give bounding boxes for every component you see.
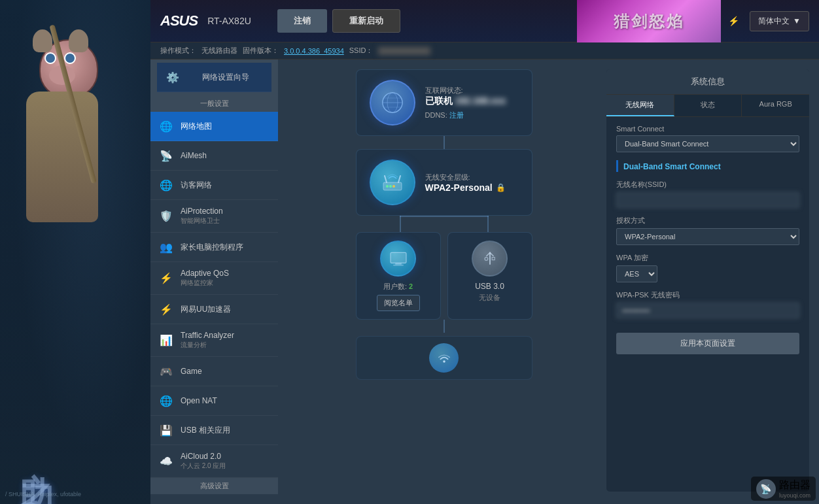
sidebar-item-network-map[interactable]: 🌐 网络地图	[150, 112, 278, 141]
sidebar-item-usb-apps[interactable]: 💾 USB 相关应用	[150, 416, 278, 445]
mobile-svg	[435, 349, 453, 367]
netspeedtest-icon: ⚡	[158, 301, 174, 317]
ssid-label: 无线名称(SSID)	[616, 180, 799, 190]
asus-logo: ASUS	[160, 12, 198, 29]
bottom-nodes: 用户数: 2 阅览名单	[356, 232, 532, 320]
connector-row-2	[356, 320, 532, 333]
watermark-site: luyouqi.com	[779, 492, 810, 499]
auth-label: 授权方式	[616, 216, 799, 226]
network-map-panel: 互联网状态: 已联机 192.168.xxx DDNS: 注册	[288, 69, 600, 492]
system-info-panel: 系统信息 无线网络 状态 Aura RGB Smart Connect Dual…	[606, 69, 809, 492]
aiprotection-icon: 🛡️	[158, 209, 174, 224]
svg-line-7	[385, 176, 387, 182]
browse-button[interactable]: 阅览名单	[377, 295, 420, 311]
monitor-svg	[388, 248, 409, 269]
sidebar-item-setup[interactable]: ⚙️ 网络设置向导	[157, 63, 271, 92]
traffic-analyzer-label: Traffic Analyzer 流量分析	[181, 331, 270, 350]
ssid-input[interactable]	[616, 192, 799, 208]
tab-status[interactable]: 状态	[674, 95, 742, 116]
aimesh-label: AiMesh	[181, 151, 270, 160]
svg-point-11	[392, 185, 395, 188]
router-node: 无线安全层级: WPA2-Personal 🔒	[356, 149, 532, 216]
connector-h	[400, 216, 489, 217]
wpa-encrypt-select[interactable]: AES TKIP	[616, 265, 657, 282]
anime-text: 之助	[13, 445, 59, 452]
sidebar-item-aiprotection[interactable]: 🛡️ AiProtection 智能网络卫士	[150, 200, 278, 233]
firmware-link[interactable]: 3.0.0.4.386_45934	[284, 47, 344, 55]
main-content: 互联网状态: 已联机 192.168.xxx DDNS: 注册	[278, 59, 819, 501]
sidebar-item-game[interactable]: 🎮 Game	[150, 357, 278, 386]
anime-banner-text: 猎剑怒焰	[614, 11, 684, 32]
sidebar-item-aicloud[interactable]: ☁️ AiCloud 2.0 个人云 2.0 应用	[150, 445, 278, 478]
main-container: ASUS RT-AX82U 注销 重新启动 猎剑怒焰 App ⚙️ 👤 🖥️ ⚡…	[150, 0, 819, 504]
language-label: 简体中文	[758, 16, 790, 27]
header: ASUS RT-AX82U 注销 重新启动 猎剑怒焰 App ⚙️ 👤 🖥️ ⚡…	[150, 0, 819, 42]
smart-connect-select[interactable]: Dual-Band Smart Connect Disabled	[616, 135, 799, 152]
restart-button[interactable]: 重新启动	[332, 9, 400, 33]
user-count: 用户数: 2	[363, 282, 434, 292]
internet-ip-blurred: 192.168.xxx	[455, 95, 506, 106]
wpa-psk-group: WPA-PSK 无线密码	[616, 290, 799, 318]
wpa-psk-label: WPA-PSK 无线密码	[616, 290, 799, 300]
mode-value: 无线路由器	[201, 46, 237, 56]
parental-label: 家长电脑控制程序	[181, 242, 270, 253]
sidebar: ⚙️ 网络设置向导 一般设置 🌐 网络地图 📡 AiMesh 🌐	[150, 59, 278, 501]
branch-connectors	[356, 216, 532, 232]
game-label: Game	[181, 367, 270, 376]
parental-icon: 👥	[158, 239, 174, 255]
tab-aura[interactable]: Aura RGB	[742, 95, 809, 116]
sidebar-item-guest-network[interactable]: 🌐 访客网络	[150, 171, 278, 200]
usb-icon-circle	[472, 241, 508, 277]
aimesh-icon: 📡	[158, 148, 174, 163]
usb-status: 无设备	[455, 293, 525, 303]
usb-apps-label: USB 相关应用	[181, 425, 270, 436]
aiprotection-label: AiProtection 智能网络卫士	[181, 207, 270, 226]
clients-icon-circle	[380, 241, 416, 277]
svg-point-9	[386, 185, 389, 188]
guest-network-icon: 🌐	[158, 177, 174, 193]
mobile-icon-circle	[429, 343, 459, 373]
internet-status-label: 互联网状态:	[425, 86, 506, 95]
smart-connect-group: Smart Connect Dual-Band Smart Connect Di…	[616, 125, 799, 152]
sidebar-item-open-nat[interactable]: 🌐 Open NAT	[150, 386, 278, 416]
ddns-label: DDNS:	[425, 111, 447, 119]
mode-label: 操作模式：	[160, 46, 196, 56]
router-svg	[381, 171, 404, 194]
language-button[interactable]: 简体中文 ▼	[750, 11, 809, 31]
usb-svg	[479, 248, 500, 269]
tab-wireless[interactable]: 无线网络	[606, 95, 674, 116]
ddns-register-link[interactable]: 注册	[449, 111, 464, 119]
wireless-security-value: WPA2-Personal 🔒	[425, 182, 506, 193]
open-nat-label: Open NAT	[181, 396, 270, 405]
open-nat-icon: 🌐	[158, 393, 174, 409]
wpa-psk-input[interactable]	[616, 303, 799, 318]
sidebar-item-netspeedtest[interactable]: ⚡ 网易UU加速器	[150, 295, 278, 324]
svg-line-8	[398, 176, 400, 182]
usb-icon[interactable]: ⚡	[727, 14, 740, 27]
auth-select[interactable]: WPA2-Personal WPA2-Enterprise Open WPA3-…	[616, 228, 799, 245]
router-icon-circle	[370, 160, 415, 205]
sidebar-item-adaptive-qos[interactable]: ⚡ Adaptive QoS 网络监控家	[150, 262, 278, 295]
cancel-button[interactable]: 注销	[277, 9, 327, 33]
third-node-row	[356, 336, 532, 380]
usb-node: USB 3.0 无设备	[447, 232, 532, 320]
setup-icon: ⚙️	[165, 69, 181, 85]
setup-label: 网络设置向导	[187, 72, 264, 83]
mobile-node	[356, 336, 532, 380]
svg-rect-14	[393, 264, 404, 265]
sidebar-item-aimesh[interactable]: 📡 AiMesh	[150, 141, 278, 171]
status-bar: 操作模式： 无线路由器 固件版本： 3.0.0.4.386_45934 SSID…	[150, 42, 819, 59]
sidebar-item-parental[interactable]: 👥 家长电脑控制程序	[150, 233, 278, 262]
traffic-analyzer-icon: 📊	[158, 333, 174, 348]
anime-credit: / SHUISHA, Aniplex, ufotable	[5, 491, 81, 497]
router-model: RT-AX82U	[207, 16, 251, 26]
internet-node-info: 互联网状态: 已联机 192.168.xxx DDNS: 注册	[425, 86, 506, 120]
sidebar-item-traffic-analyzer[interactable]: 📊 Traffic Analyzer 流量分析	[150, 324, 278, 357]
connector-1	[444, 136, 445, 149]
system-info-body: Smart Connect Dual-Band Smart Connect Di…	[606, 117, 809, 362]
svg-rect-12	[391, 252, 406, 263]
ssid-value	[378, 47, 430, 55]
auth-group: 授权方式 WPA2-Personal WPA2-Enterprise Open …	[616, 216, 799, 245]
apply-button[interactable]: 应用本页面设置	[616, 333, 799, 354]
svg-rect-16	[492, 257, 495, 260]
